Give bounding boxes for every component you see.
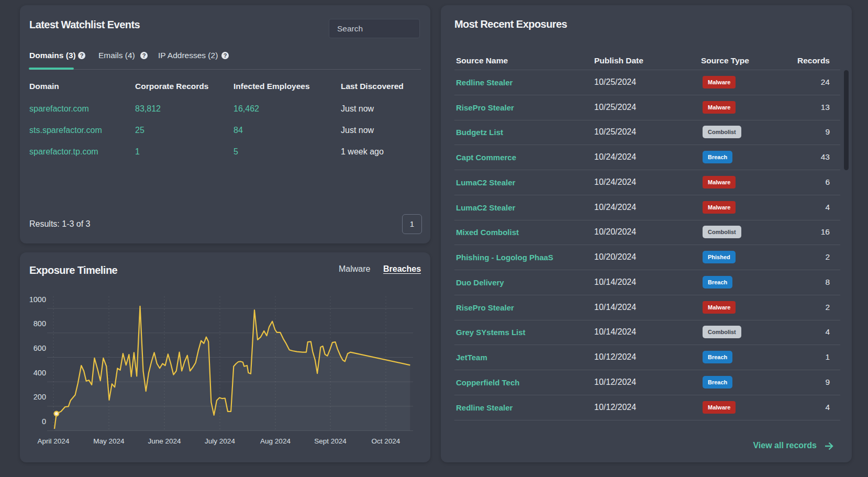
svg-text:May 2024: May 2024: [93, 437, 125, 445]
svg-text:Aug 2024: Aug 2024: [260, 437, 291, 445]
svg-text:800: 800: [34, 319, 46, 328]
svg-text:Oct 2024: Oct 2024: [372, 437, 400, 445]
svg-text:1000: 1000: [29, 295, 46, 304]
svg-text:600: 600: [34, 344, 46, 352]
svg-text:April 2024: April 2024: [38, 437, 70, 445]
svg-text:July 2024: July 2024: [205, 437, 235, 445]
svg-text:0: 0: [42, 417, 46, 426]
svg-text:June 2024: June 2024: [148, 437, 181, 445]
svg-text:200: 200: [34, 393, 46, 401]
svg-text:400: 400: [34, 369, 46, 377]
svg-text:Sept 2024: Sept 2024: [314, 437, 347, 445]
